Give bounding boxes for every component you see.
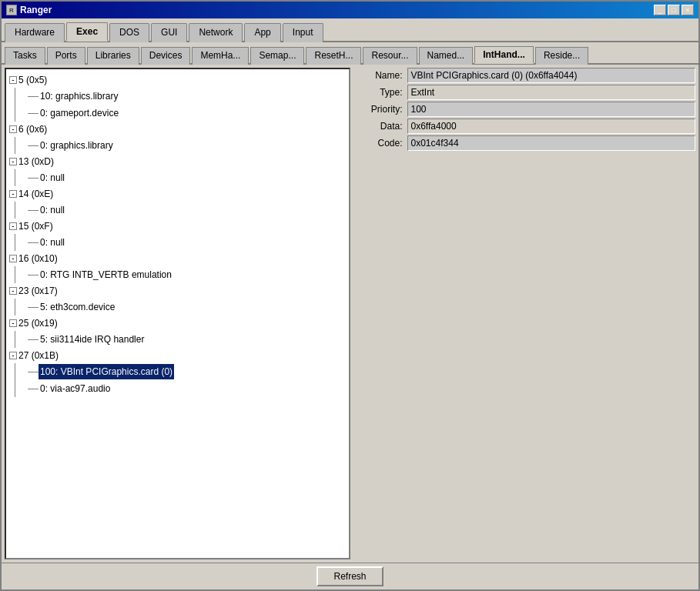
tab-app[interactable]: App: [244, 23, 280, 42]
tree-child-5-1-label[interactable]: 0: gameport.device: [39, 105, 120, 121]
tree-child-23-0-label[interactable]: 5: eth3com.device: [39, 299, 116, 315]
tree-child-27-1: 0: via-ac97.audio: [28, 380, 347, 397]
detail-name-value: VBInt PCIGraphics.card (0) (0x6ffa4044): [407, 68, 696, 83]
tree-child-23-0: 5: eth3com.device: [28, 299, 347, 316]
tree-line: [28, 372, 39, 372]
tree-node-27-label[interactable]: - 27 (0x1B): [8, 348, 60, 363]
tree-child-27-1-label[interactable]: 0: via-ac97.audio: [39, 381, 112, 396]
tree-child-6-0-label[interactable]: 0: graphics.library: [39, 138, 115, 153]
expand-icon-6[interactable]: -: [9, 125, 17, 133]
sub-tab-ports[interactable]: Ports: [47, 47, 85, 65]
sub-tab-devices[interactable]: Devices: [141, 47, 191, 65]
expand-icon-14[interactable]: -: [9, 190, 17, 198]
tree-node-14-label[interactable]: - 14 (0xE): [8, 186, 55, 202]
detail-type-label: Type:: [353, 87, 407, 98]
refresh-button[interactable]: Refresh: [317, 566, 383, 586]
tree-node-16-text: 16 (0x10): [18, 252, 58, 265]
tree-line: [28, 307, 39, 308]
tree-child-13-0-label[interactable]: 0: null: [39, 170, 66, 185]
tree-node-27-text: 27 (0x1B): [18, 349, 59, 362]
tree-line: [28, 242, 39, 243]
tree-node-15: - 15 (0xF) 0: null: [8, 219, 347, 251]
tree-node-16: - 16 (0x10) 0: RTG INTB_VERTB emulation: [8, 251, 347, 283]
tree-node-25-label[interactable]: - 25 (0x19): [8, 316, 59, 331]
tree-child-16-0: 0: RTG INTB_VERTB emulation: [28, 266, 347, 283]
tree-children-27: 100: VBInt PCIGraphics.card (0) 0: via-a…: [15, 363, 347, 397]
minimize-button[interactable]: _: [654, 5, 666, 15]
detail-code-label: Code:: [353, 138, 407, 149]
tree-line: [28, 210, 39, 211]
tree-line: [28, 275, 39, 275]
tab-network[interactable]: Network: [189, 23, 243, 42]
tree-child-6-0: 0: graphics.library: [28, 137, 347, 154]
tree-line: [28, 113, 39, 114]
tree-child-5-1: 0: gameport.device: [28, 105, 347, 122]
sub-tab-inthand[interactable]: IntHand...: [474, 46, 534, 64]
tree-child-27-0-label[interactable]: 100: VBInt PCIGraphics.card (0): [39, 364, 174, 379]
tree-node-23-text: 23 (0x17): [18, 284, 58, 298]
tree-node-13-text: 13 (0xD): [18, 155, 54, 169]
tree-node-16-label[interactable]: - 16 (0x10): [8, 251, 59, 266]
detail-priority-value: 100: [407, 102, 696, 117]
tree-panel[interactable]: - 5 (0x5) 10: graphics.library 0: gamepo…: [5, 68, 350, 559]
detail-data-value: 0x6ffa4000: [407, 119, 696, 134]
expand-icon-25[interactable]: -: [9, 319, 17, 327]
tab-dos[interactable]: DOS: [109, 23, 149, 42]
expand-icon-27[interactable]: -: [9, 352, 17, 359]
expand-icon-5[interactable]: -: [9, 76, 17, 84]
sub-tab-tasks[interactable]: Tasks: [5, 47, 45, 65]
detail-row-code: Code: 0x01c4f344: [353, 135, 696, 151]
expand-icon-16[interactable]: -: [9, 255, 17, 262]
tree-node-6-label[interactable]: - 6 (0x6): [8, 122, 49, 137]
tab-hardware[interactable]: Hardware: [5, 23, 65, 42]
tree-children-14: 0: null: [15, 202, 347, 219]
tree-node-14-text: 14 (0xE): [18, 187, 53, 201]
tree-node-13-label[interactable]: - 13 (0xD): [8, 154, 55, 169]
tree-node-27: - 27 (0x1B) 100: VBInt PCIGraphics.card …: [8, 348, 347, 397]
expand-icon-23[interactable]: -: [9, 287, 17, 295]
sub-tab-named[interactable]: Named...: [419, 47, 474, 65]
tree-line: [28, 145, 39, 146]
sub-tab-libraries[interactable]: Libraries: [87, 47, 139, 65]
main-tab-bar: Hardware Exec DOS GUI Network App Input: [2, 18, 698, 42]
tree-child-25-0-label[interactable]: 5: sii3114ide IRQ handler: [39, 332, 146, 347]
tab-gui[interactable]: GUI: [151, 23, 187, 42]
close-button[interactable]: ×: [682, 5, 694, 15]
tree-child-5-0-label[interactable]: 10: graphics.library: [39, 88, 119, 104]
tree-child-14-0-label[interactable]: 0: null: [39, 202, 66, 218]
sub-tab-bar: Tasks Ports Libraries Devices MemHa... S…: [2, 42, 698, 65]
tab-exec[interactable]: Exec: [66, 22, 108, 42]
sub-tab-semap[interactable]: Semap...: [250, 47, 304, 65]
tree-node-6-text: 6 (0x6): [18, 122, 47, 136]
tree-child-16-0-label[interactable]: 0: RTG INTB_VERTB emulation: [39, 267, 173, 282]
tree-node-5-label[interactable]: - 5 (0x5): [8, 72, 49, 88]
tree-node-25: - 25 (0x19) 5: sii3114ide IRQ handler: [8, 316, 347, 348]
tree-child-27-0: 100: VBInt PCIGraphics.card (0): [28, 363, 347, 380]
maximize-button[interactable]: □: [668, 5, 680, 15]
tree-node-25-text: 25 (0x19): [18, 316, 58, 330]
detail-data-label: Data:: [353, 121, 407, 132]
tree-child-14-0: 0: null: [28, 202, 347, 219]
sub-tab-reseth[interactable]: ResetH...: [306, 47, 361, 65]
expand-icon-15[interactable]: -: [9, 222, 17, 230]
tree-children-25: 5: sii3114ide IRQ handler: [15, 331, 347, 348]
sub-tab-reside[interactable]: Reside...: [535, 47, 588, 65]
tree-node-13: - 13 (0xD) 0: null: [8, 154, 347, 186]
tree-children-23: 5: eth3com.device: [15, 299, 347, 316]
tree-line: [28, 339, 39, 340]
detail-priority-label: Priority:: [353, 104, 407, 115]
sub-tab-memha[interactable]: MemHa...: [192, 47, 249, 65]
tree-node-15-label[interactable]: - 15 (0xF): [8, 219, 55, 234]
window-controls: _ □ ×: [654, 5, 694, 15]
tree-children-6: 0: graphics.library: [15, 137, 347, 154]
detail-row-data: Data: 0x6ffa4000: [353, 119, 696, 134]
expand-icon-13[interactable]: -: [9, 158, 17, 165]
tree-child-15-0-label[interactable]: 0: null: [39, 235, 66, 250]
tab-input[interactable]: Input: [283, 23, 323, 42]
tree-node-14: - 14 (0xE) 0: null: [8, 186, 347, 219]
content-area: - 5 (0x5) 10: graphics.library 0: gamepo…: [2, 65, 698, 563]
sub-tab-resour[interactable]: Resour...: [363, 47, 417, 65]
tree-children-5: 10: graphics.library 0: gameport.device: [15, 88, 347, 122]
tree-node-23-label[interactable]: - 23 (0x17): [8, 283, 59, 299]
tree-node-5-text: 5 (0x5): [18, 73, 47, 87]
